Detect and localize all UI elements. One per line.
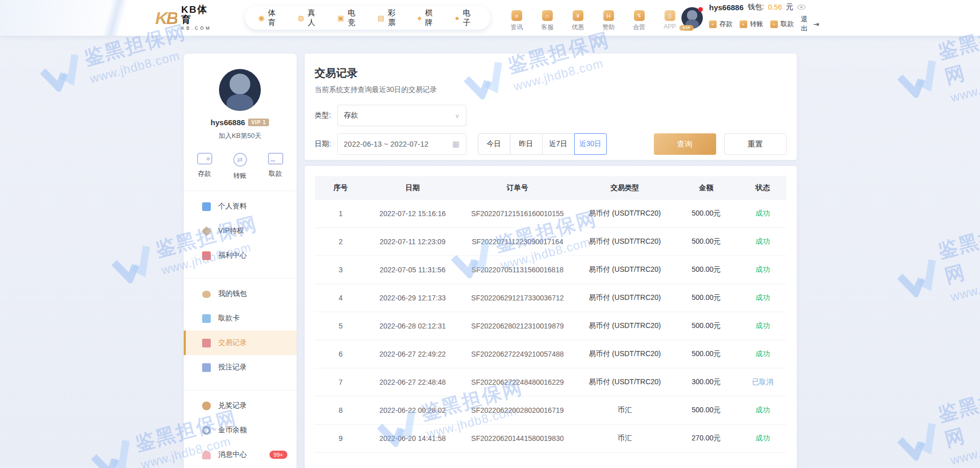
sidebar-item-label: 消息中心 (218, 450, 247, 459)
cell-date: 2022-07-05 11:31:56 (366, 266, 458, 274)
transactions-icon (202, 339, 211, 347)
table-row: 62022-06-27 22:49:22SF202206272249210057… (315, 340, 787, 368)
cell-type: 易币付 (USDT/TRC20) (576, 349, 673, 359)
vip-icon (201, 226, 211, 236)
user-action-withdraw[interactable]: ▪取款 (770, 19, 794, 29)
page-title: 交易记录 (315, 66, 787, 80)
logo-mark: KB (155, 8, 177, 28)
cell-order: SF202206220028020016719 (458, 406, 576, 414)
nav-item-chess[interactable]: ♠棋牌 (418, 8, 439, 28)
live-icon: ◍ (298, 14, 304, 22)
withdraw-card-icon (202, 314, 211, 323)
watermark-texts: 鉴黑担保网www.jhdb8.com (935, 379, 980, 467)
sidebar-avatar[interactable] (219, 69, 261, 111)
cell-order: SF202206201441580019830 (458, 434, 576, 442)
withdraw-icon (268, 153, 283, 165)
quicklink-service[interactable]: ∩客服 (535, 4, 559, 32)
user-action-deposit[interactable]: ▪存款 (709, 19, 732, 29)
sidebar-item-label: 兑奖记录 (218, 401, 247, 410)
sidebar-quick-transfer[interactable]: ⇄转账 (233, 153, 247, 180)
nav-item-slots[interactable]: ●电子 (455, 8, 477, 28)
cell-amt: 500.00元 (673, 321, 739, 331)
nav-item-label: 真人 (308, 8, 322, 28)
sidebar-item-withdraw-card[interactable]: 取款卡 (184, 306, 297, 331)
quicklink-app[interactable]: ▯APP (658, 4, 681, 30)
site-logo[interactable]: KB KB体育 KB.COM (155, 5, 217, 31)
quicklink-label: 资讯 (510, 23, 523, 32)
date-range-value: 2022-06-13 ~ 2022-07-12 (344, 140, 453, 148)
quicklink-news[interactable]: ≡资讯 (505, 4, 528, 32)
sidebar-item-wallet[interactable]: 我的钱包 (184, 282, 297, 306)
table-row: 12022-07-12 15:16:16SF202207121516160010… (315, 200, 787, 228)
content-wrapper: hys66886 VIP 1 加入KB第50天 存款⇄转账取款 个人资料VIP特… (184, 54, 797, 468)
nav-item-label: 棋牌 (425, 8, 440, 28)
sidebar-item-label: 福利中心 (218, 251, 247, 260)
nav-item-esports[interactable]: ▣电竞 (337, 8, 362, 28)
date-range-input[interactable]: 2022-06-13 ~ 2022-07-12 ▦ (337, 133, 467, 155)
nav-item-lottery[interactable]: ▤彩票 (378, 8, 403, 28)
messages-icon (202, 451, 211, 459)
type-label: 类型: (315, 111, 337, 120)
cell-order: SF202206280212310019879 (458, 322, 576, 330)
sidebar-item-prizes[interactable]: 兑奖记录 (184, 393, 297, 418)
quicklink-promo[interactable]: ¥优惠 (566, 4, 590, 32)
cell-type: 币汇 (576, 406, 673, 415)
filter-card: 交易记录 当前系统支持查询最近30日的交易记录 类型: 存款 ∨ 日期: 202… (305, 54, 797, 160)
nav-item-sports[interactable]: ◉体育 (258, 8, 283, 28)
main-area: 交易记录 当前系统支持查询最近30日的交易记录 类型: 存款 ∨ 日期: 202… (305, 54, 797, 468)
sidebar-item-label: 投注记录 (218, 363, 247, 372)
sidebar-item-coins[interactable]: 金币余额 (184, 418, 297, 442)
reset-button[interactable]: 重置 (724, 133, 787, 155)
chevron-down-icon: ∨ (455, 112, 460, 120)
quicklink-joint[interactable]: ↯合营 (627, 4, 651, 32)
sports-icon: ◉ (258, 14, 264, 22)
game-nav: ◉体育◍真人▣电竞▤彩票♠棋牌●电子 (245, 6, 491, 30)
quicklink-label: 赞助 (602, 23, 615, 32)
user-action-transfer[interactable]: ▪转账 (740, 19, 763, 29)
query-button[interactable]: 查询 (654, 133, 716, 155)
sidebar-quick-withdraw[interactable]: 取款 (268, 153, 283, 180)
sidebar-quick-deposit[interactable]: 存款 (197, 153, 212, 180)
watermark-logo-icon (891, 418, 944, 467)
profile-icon (202, 202, 211, 211)
calendar-icon[interactable]: ▦ (452, 139, 459, 149)
sidebar-item-vip[interactable]: VIP特权 (184, 219, 297, 243)
cell-type: 易币付 (USDT/TRC20) (576, 378, 673, 387)
promo-icon: ¥ (573, 10, 583, 21)
quicklink-sponsor[interactable]: H赞助 (597, 4, 620, 32)
eye-icon[interactable] (797, 5, 805, 10)
cell-date: 2022-06-22 00:28:02 (366, 406, 458, 414)
table-row: 72022-06-27 22:48:48SF202206272248480016… (315, 368, 787, 396)
nav-item-label: 电竞 (348, 8, 362, 28)
range-last7[interactable]: 近7日 (542, 133, 575, 155)
user-action-label: 存款 (719, 19, 732, 29)
sidebar-quick-actions: 存款⇄转账取款 (184, 153, 297, 180)
watermark-url: www.jhdb8.com (949, 67, 980, 105)
range-today[interactable]: 今日 (478, 133, 510, 155)
watermark-title: 鉴黑担保网 (935, 215, 980, 289)
type-select[interactable]: 存款 ∨ (337, 105, 467, 126)
lottery-icon: ▤ (378, 14, 384, 22)
service-icon: ∩ (542, 10, 553, 21)
sidebar-item-welfare[interactable]: 福利中心 (184, 243, 297, 268)
logout-icon: ⇥ (813, 20, 819, 28)
cell-amt: 500.00元 (673, 209, 739, 218)
wallet-unit: 元 (786, 3, 793, 12)
cell-type: 易币付 (USDT/TRC20) (576, 265, 673, 274)
logout-button[interactable]: 退出⇥ (801, 15, 819, 33)
range-last30[interactable]: 近30日 (574, 133, 607, 155)
sidebar-item-profile[interactable]: 个人资料 (184, 194, 297, 219)
wallet-icon (202, 291, 211, 298)
sidebar-item-messages[interactable]: 消息中心99+ (184, 442, 297, 467)
welfare-icon (202, 251, 211, 260)
range-yesterday[interactable]: 昨日 (510, 133, 543, 155)
sidebar-item-bets[interactable]: 投注记录 (184, 355, 297, 380)
sidebar-item-transactions[interactable]: 交易记录 (184, 331, 297, 355)
message-count-badge: 99+ (270, 451, 287, 459)
nav-item-live[interactable]: ◍真人 (298, 8, 322, 28)
column-header: 序号 (315, 183, 367, 193)
table-row: 32022-07-05 11:31:56SF202207051131560016… (315, 256, 787, 284)
watermark-logo-icon (891, 254, 944, 303)
type-select-value: 存款 (344, 111, 455, 120)
sidebar-quick-label: 转账 (233, 171, 247, 180)
